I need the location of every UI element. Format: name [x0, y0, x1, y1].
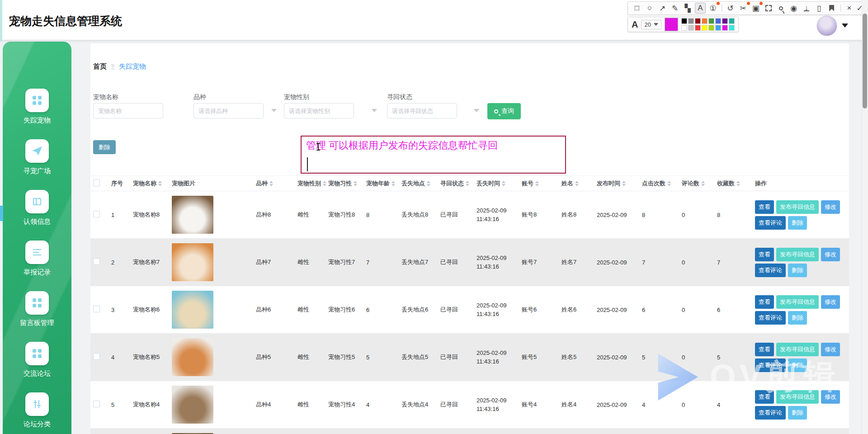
search-button[interactable]: 查询 — [487, 103, 521, 119]
view-button[interactable]: 查看 — [755, 343, 774, 356]
pet-name-input[interactable] — [93, 103, 163, 118]
step-number-tool-icon[interactable]: ① — [708, 3, 718, 14]
publish-recovery-button[interactable]: 发布寻回信息 — [776, 390, 819, 404]
col-lost-place[interactable]: 丢失地点 — [399, 176, 438, 191]
current-color-swatch[interactable] — [665, 18, 678, 31]
breed-select[interactable] — [193, 103, 264, 118]
view-button[interactable]: 查看 — [755, 295, 774, 309]
view-comments-button[interactable]: 查看评论 — [755, 406, 786, 420]
color-swatch[interactable] — [688, 18, 694, 24]
scrollbar-thumb[interactable] — [863, 14, 867, 108]
color-swatch[interactable] — [695, 18, 701, 24]
chevron-down-icon[interactable] — [271, 109, 277, 112]
pet-photo[interactable] — [172, 386, 213, 424]
sidebar-item-forum[interactable]: 交流论坛 — [24, 342, 51, 378]
color-swatch[interactable] — [722, 18, 728, 24]
edit-button[interactable]: 修改 — [821, 200, 840, 214]
col-favorites[interactable]: 收藏数 — [714, 176, 752, 191]
rectangle-tool-icon[interactable]: □ — [632, 3, 642, 14]
pet-photo[interactable] — [172, 243, 213, 281]
view-comments-button[interactable]: 查看评论 — [755, 264, 786, 277]
user-avatar[interactable] — [816, 15, 837, 36]
sidebar-item-message-board[interactable]: 留言板管理 — [20, 291, 54, 327]
annotation-note-box[interactable]: 管理 可以根据用户发布的失踪信息帮忙寻回 — [301, 136, 566, 174]
col-account[interactable]: 账号 — [519, 176, 559, 191]
delete-button[interactable]: 删除 — [788, 264, 807, 277]
delete-button[interactable]: 删除 — [788, 406, 807, 420]
color-swatch[interactable] — [702, 25, 708, 31]
color-swatch[interactable] — [708, 18, 714, 24]
row-checkbox[interactable] — [93, 306, 100, 312]
pet-photo[interactable] — [172, 291, 213, 329]
col-status[interactable]: 寻回状态 — [438, 176, 474, 191]
edit-button[interactable]: 修改 — [821, 295, 840, 309]
fullscreen-capture-icon[interactable] — [763, 3, 774, 14]
color-swatch[interactable] — [715, 25, 721, 31]
view-comments-button[interactable]: 查看评论 — [755, 359, 786, 372]
font-size-dropdown[interactable]: 20 — [641, 20, 661, 29]
view-comments-button[interactable]: 查看评论 — [755, 311, 786, 325]
col-publish-time[interactable]: 发布时间 — [594, 176, 639, 191]
gender-select[interactable] — [284, 103, 354, 118]
color-swatch[interactable] — [715, 18, 721, 24]
download-icon[interactable]: ↓ — [801, 3, 812, 14]
row-checkbox[interactable] — [93, 258, 100, 265]
delete-button[interactable]: 删除 — [788, 359, 807, 372]
text-tool-icon[interactable]: A — [695, 3, 706, 14]
col-clicks[interactable]: 点击次数 — [639, 176, 679, 191]
publish-recovery-button[interactable]: 发布寻回信息 — [776, 248, 819, 261]
color-swatch[interactable] — [702, 18, 708, 24]
edit-button[interactable]: 修改 — [821, 390, 840, 404]
select-all-checkbox[interactable] — [93, 179, 100, 186]
col-age[interactable]: 宠物年龄 — [363, 176, 399, 191]
col-comments[interactable]: 评论数 — [679, 176, 714, 191]
row-checkbox[interactable] — [93, 401, 100, 407]
publish-recovery-button[interactable]: 发布寻回信息 — [776, 200, 819, 214]
status-select[interactable] — [387, 103, 457, 118]
view-comments-button[interactable]: 查看评论 — [755, 216, 786, 230]
breadcrumb-home[interactable]: 首页 — [93, 62, 107, 71]
col-gender[interactable]: 宠物性别 — [295, 176, 326, 191]
bulk-delete-button[interactable]: 删除 — [93, 140, 116, 154]
publish-recovery-button[interactable]: 发布寻回信息 — [776, 343, 819, 356]
pin-tool-icon[interactable] — [776, 3, 787, 14]
bookmark-tool-icon[interactable] — [826, 3, 837, 14]
undo-icon[interactable]: ↺ — [725, 3, 736, 14]
sidebar-item-pet-plaza[interactable]: 寻宠广场 — [24, 139, 51, 175]
delete-button[interactable]: 删除 — [788, 216, 807, 230]
color-swatch[interactable] — [708, 25, 714, 31]
user-menu-caret-icon[interactable] — [842, 24, 848, 28]
sidebar-item-lost-pets[interactable]: 失踪宠物 — [24, 89, 51, 125]
col-breed[interactable]: 品种 — [253, 176, 295, 191]
col-habit[interactable]: 宠物习性 — [326, 176, 363, 191]
pet-photo[interactable] — [172, 196, 213, 234]
col-pet-name[interactable]: 宠物名称 — [130, 176, 169, 191]
delete-button[interactable]: 删除 — [788, 311, 807, 325]
ellipse-tool-icon[interactable]: ○ — [644, 3, 655, 14]
color-swatch[interactable] — [729, 25, 735, 31]
record-tool-icon[interactable]: ◉ — [788, 3, 799, 14]
view-button[interactable]: 查看 — [755, 200, 774, 214]
col-owner-name[interactable]: 姓名 — [559, 176, 594, 191]
ocr-tool-icon[interactable]: ▣ — [750, 3, 761, 14]
chevron-down-icon[interactable] — [474, 109, 479, 112]
sidebar-item-report-records[interactable]: 举报记录 — [24, 241, 51, 277]
color-swatch[interactable] — [681, 25, 687, 31]
col-lost-time[interactable]: 丢失时间 — [474, 176, 519, 191]
color-swatch[interactable] — [729, 18, 735, 24]
view-button[interactable]: 查看 — [755, 390, 774, 404]
mosaic-tool-icon[interactable]: ▚ — [682, 3, 693, 14]
row-checkbox[interactable] — [93, 353, 100, 360]
sidebar-collapse-handle[interactable] — [0, 206, 3, 221]
pen-tool-icon[interactable]: ✎ — [670, 3, 680, 14]
edit-button[interactable]: 修改 — [821, 248, 840, 261]
row-checkbox[interactable] — [93, 211, 100, 217]
pet-photo[interactable] — [172, 338, 213, 376]
breadcrumb-current[interactable]: 失踪宠物 — [119, 62, 146, 71]
device-tool-icon[interactable]: ▯ — [814, 3, 825, 14]
color-swatch[interactable] — [695, 25, 701, 31]
color-swatch[interactable] — [722, 25, 728, 31]
sidebar-item-claim-info[interactable]: 认领信息 — [24, 190, 51, 226]
edit-button[interactable]: 修改 — [821, 343, 840, 356]
color-swatch[interactable] — [688, 25, 694, 31]
